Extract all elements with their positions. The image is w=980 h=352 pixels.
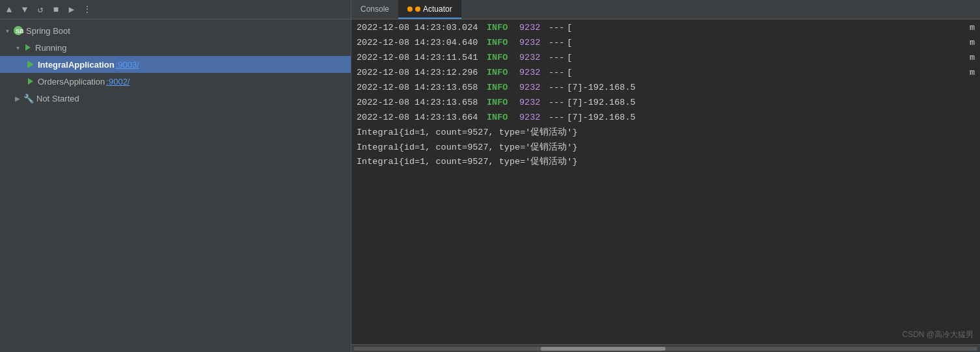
running-play-icon xyxy=(23,43,33,52)
orders-play-icon xyxy=(26,77,35,86)
springboot-label: Spring Boot xyxy=(26,26,70,36)
log-sep: --- xyxy=(549,36,564,51)
expand-arrow-notstarted: ▶ xyxy=(13,94,22,103)
scrollbar-area[interactable] xyxy=(351,344,980,352)
log-msg: [ xyxy=(567,21,572,36)
log-line-plain: Integral{id=1, count=9527, type='促销活动'} xyxy=(351,155,980,170)
scroll-down-icon[interactable]: ▼ xyxy=(18,3,31,16)
scrollbar-track[interactable] xyxy=(354,347,977,351)
integral-app-label: IntegralApplication xyxy=(38,60,115,70)
log-timestamp: 2022-12-08 14:23:04.640 xyxy=(357,36,487,51)
stop-icon[interactable]: ■ xyxy=(49,3,62,16)
log-pid: 9232 xyxy=(519,111,549,126)
log-timestamp: 2022-12-08 14:23:13.658 xyxy=(357,96,487,111)
log-sep: --- xyxy=(549,66,564,81)
tree-root-springboot[interactable]: ▾ SB Spring Boot xyxy=(0,22,351,39)
integral-play-icon xyxy=(26,60,35,69)
log-area[interactable]: 2022-12-08 14:23:03.024 INFO 9232 --- [ … xyxy=(351,20,980,344)
log-level: INFO xyxy=(487,111,519,126)
log-truncated: m xyxy=(970,21,975,36)
log-msg: [7]-192.168.5 xyxy=(567,96,635,111)
tab-console[interactable]: Console xyxy=(351,0,398,19)
tree-integral-app[interactable]: IntegralApplication :9003/ xyxy=(0,56,351,73)
actuator-dot-icon-2 xyxy=(415,7,420,12)
not-started-label: Not Started xyxy=(36,94,79,103)
integral-app-port[interactable]: :9003/ xyxy=(116,60,139,70)
sidebar-toolbar: ▲ ▼ ↺ ■ ▶ ⋮ xyxy=(0,0,351,20)
log-msg: [ xyxy=(567,36,572,51)
log-line: 2022-12-08 14:23:04.640 INFO 9232 --- [ … xyxy=(351,36,980,51)
console-tabs: Console Actuator xyxy=(351,0,980,20)
log-pid: 9232 xyxy=(519,21,549,36)
tree-running[interactable]: ▾ Running xyxy=(0,39,351,56)
actuator-dot-icon xyxy=(407,7,413,12)
tree-orders-app[interactable]: OrdersApplication :9002/ xyxy=(0,73,351,90)
log-line-plain: Integral{id=1, count=9527, type='促销活动'} xyxy=(351,141,980,156)
integral-play-triangle xyxy=(27,61,34,68)
log-line: 2022-12-08 14:23:13.658 INFO 9232 --- [7… xyxy=(351,81,980,96)
log-line: 2022-12-08 14:23:03.024 INFO 9232 --- [ … xyxy=(351,21,980,36)
log-timestamp: 2022-12-08 14:23:03.024 xyxy=(357,21,487,36)
wrench-icon: 🔧 xyxy=(23,94,34,103)
log-pid: 9232 xyxy=(519,66,549,81)
rerun-icon[interactable]: ↺ xyxy=(34,3,47,16)
watermark: CSDN @高冷大猛男 xyxy=(902,329,973,340)
log-timestamp: 2022-12-08 14:23:13.664 xyxy=(357,111,487,126)
log-level: INFO xyxy=(487,96,519,111)
log-msg: [ xyxy=(567,51,572,66)
log-level: INFO xyxy=(487,36,519,51)
running-label: Running xyxy=(35,43,66,53)
log-sep: --- xyxy=(549,21,564,36)
scrollbar-thumb[interactable] xyxy=(541,347,666,351)
log-line: 2022-12-08 14:23:13.664 INFO 9232 --- [7… xyxy=(351,111,980,126)
log-truncated: m xyxy=(970,36,975,51)
tab-actuator-label: Actuator xyxy=(423,5,452,14)
log-pid: 9232 xyxy=(519,36,549,51)
more-options-icon[interactable]: ⋮ xyxy=(81,3,94,16)
log-line: 2022-12-08 14:23:13.658 INFO 9232 --- [7… xyxy=(351,96,980,111)
log-level: INFO xyxy=(487,81,519,96)
orders-play-triangle xyxy=(28,78,33,85)
log-truncated: m xyxy=(970,66,975,81)
log-line: 2022-12-08 14:23:12.296 INFO 9232 --- [ … xyxy=(351,66,980,81)
sidebar: ▲ ▼ ↺ ■ ▶ ⋮ ▾ SB Spring Boot ▾ Running xyxy=(0,0,351,352)
svg-text:SB: SB xyxy=(16,28,23,34)
log-pid: 9232 xyxy=(519,96,549,111)
log-msg: [7]-192.168.5 xyxy=(567,111,635,126)
log-sep: --- xyxy=(549,51,564,66)
tab-console-label: Console xyxy=(361,5,389,14)
log-msg: [7]-192.168.5 xyxy=(567,81,635,96)
log-sep: --- xyxy=(549,111,564,126)
resume-icon[interactable]: ▶ xyxy=(65,3,78,16)
log-msg: [ xyxy=(567,66,572,81)
tree-area: ▾ SB Spring Boot ▾ Running IntegralAppli… xyxy=(0,20,351,352)
tab-actuator[interactable]: Actuator xyxy=(398,0,461,19)
log-timestamp: 2022-12-08 14:23:11.541 xyxy=(357,51,487,66)
log-pid: 9232 xyxy=(519,81,549,96)
expand-arrow-springboot: ▾ xyxy=(3,26,12,35)
orders-app-label: OrdersApplication xyxy=(38,77,105,87)
log-line: 2022-12-08 14:23:11.541 INFO 9232 --- [ … xyxy=(351,51,980,66)
console-panel: Console Actuator 2022-12-08 14:23:03.024… xyxy=(351,0,980,352)
expand-arrow-running: ▾ xyxy=(13,43,22,52)
log-timestamp: 2022-12-08 14:23:12.296 xyxy=(357,66,487,81)
scroll-up-icon[interactable]: ▲ xyxy=(3,3,16,16)
orders-app-port[interactable]: :9002/ xyxy=(106,77,129,87)
log-level: INFO xyxy=(487,21,519,36)
log-pid: 9232 xyxy=(519,51,549,66)
springboot-icon: SB xyxy=(13,25,23,36)
log-level: INFO xyxy=(487,51,519,66)
log-timestamp: 2022-12-08 14:23:13.658 xyxy=(357,81,487,96)
play-triangle xyxy=(25,44,31,51)
log-level: INFO xyxy=(487,66,519,81)
log-sep: --- xyxy=(549,96,564,111)
log-line-plain: Integral{id=1, count=9527, type='促销活动'} xyxy=(351,126,980,141)
tree-not-started[interactable]: ▶ 🔧 Not Started xyxy=(0,90,351,107)
log-truncated: m xyxy=(970,51,975,66)
log-sep: --- xyxy=(549,81,564,96)
